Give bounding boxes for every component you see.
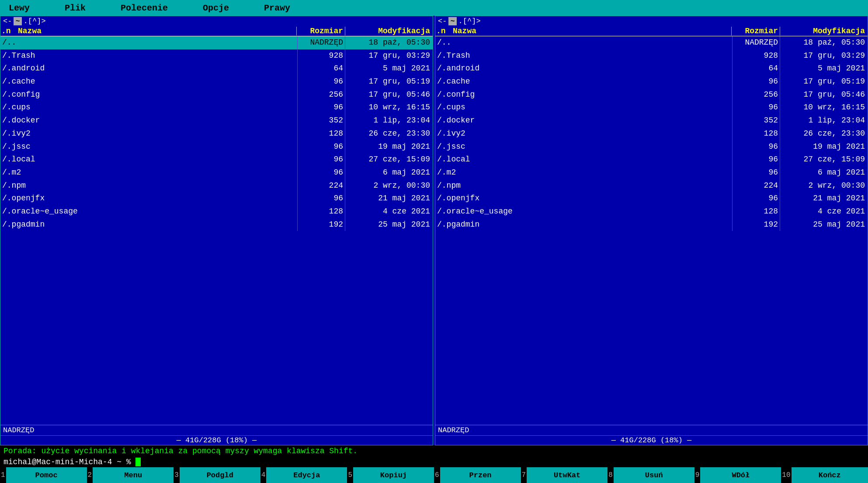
fn-num-7: 7 <box>521 471 527 479</box>
left-disk-text: — <box>177 436 185 444</box>
table-row[interactable]: /.config25617 gru, 05:46 <box>0 88 433 102</box>
fn-num-10: 10 <box>781 471 791 479</box>
file-name: /.jssc <box>0 140 297 154</box>
fn-label-5[interactable]: Kopiuj <box>353 467 434 483</box>
fn-label-10[interactable]: Kończ <box>792 467 868 483</box>
file-size: 352 <box>733 114 780 127</box>
file-mod: 6 maj 2021 <box>345 166 433 179</box>
file-name: /.m2 <box>435 166 732 179</box>
file-name: /.config <box>0 88 297 102</box>
file-name: /.Trash <box>0 49 297 63</box>
table-row[interactable]: /.cache9617 gru, 05:19 <box>435 75 868 88</box>
fn-key-8[interactable]: 8Usuń <box>608 467 694 483</box>
fn-num-2: 2 <box>87 471 93 479</box>
table-row[interactable]: /.openjfx9621 maj 2021 <box>435 192 868 205</box>
table-row[interactable]: /.android645 maj 2021 <box>435 62 868 75</box>
file-mod: 5 maj 2021 <box>345 62 433 75</box>
left-disk-value: 41G/228G (18%) <box>185 436 248 444</box>
fn-key-5[interactable]: 5Kopiuj <box>347 467 434 483</box>
fn-key-7[interactable]: 7UtwKat <box>521 467 608 483</box>
file-mod: 5 maj 2021 <box>780 62 868 75</box>
table-row[interactable]: /.npm2242 wrz, 00:30 <box>435 179 868 192</box>
file-size: 192 <box>733 218 780 231</box>
fn-label-1[interactable]: Pomoc <box>6 467 87 483</box>
table-row[interactable]: /.cups9610 wrz, 16:15 <box>0 101 433 114</box>
fn-label-7[interactable]: UtwKat <box>527 467 608 483</box>
table-row[interactable]: /..NADRZĘD18 paź, 05:30 <box>0 36 433 49</box>
fn-key-9[interactable]: 9WDół <box>694 467 781 483</box>
file-name: /.ivy2 <box>0 127 297 140</box>
file-size: 64 <box>733 62 780 75</box>
file-name: /.android <box>435 62 732 75</box>
table-row[interactable]: /.ivy212826 cze, 23:30 <box>0 127 433 140</box>
right-hdr-name: Nazwa <box>451 27 731 35</box>
table-row[interactable]: /.oracle~e_usage1284 cze 2021 <box>0 205 433 218</box>
file-mod: 27 cze, 15:09 <box>780 153 868 166</box>
fn-num-4: 4 <box>260 471 267 479</box>
fn-label-3[interactable]: Podgld <box>180 467 260 483</box>
fn-bar: 1Pomoc2Menu3Podgld4Edycja5Kopiuj6Przen7U… <box>0 467 868 483</box>
fn-key-1[interactable]: 1Pomoc <box>0 467 87 483</box>
fn-num-3: 3 <box>174 471 180 479</box>
file-mod: 25 maj 2021 <box>345 218 433 231</box>
fn-key-3[interactable]: 3Podgld <box>174 467 260 483</box>
file-name: /.. <box>0 36 297 49</box>
table-row[interactable]: /.m2966 maj 2021 <box>0 166 433 179</box>
fn-label-2[interactable]: Menu <box>93 467 174 483</box>
table-row[interactable]: /.docker3521 lip, 23:04 <box>0 114 433 127</box>
table-row[interactable]: /.pgadmin19225 maj 2021 <box>0 218 433 231</box>
table-row[interactable]: /.cache9617 gru, 05:19 <box>0 75 433 88</box>
fn-num-6: 6 <box>434 471 440 479</box>
menu-item-prawy[interactable]: Prawy <box>264 3 290 13</box>
menu-item-plik[interactable]: Plik <box>65 3 86 13</box>
file-mod: 17 gru, 05:46 <box>345 88 433 102</box>
file-mod: 17 gru, 03:29 <box>345 49 433 63</box>
fn-label-8[interactable]: Usuń <box>614 467 694 483</box>
file-name: /.npm <box>0 179 297 192</box>
table-row[interactable]: /.docker3521 lip, 23:04 <box>435 114 868 127</box>
table-row[interactable]: /.Trash92817 gru, 03:29 <box>0 49 433 63</box>
fn-num-9: 9 <box>694 471 701 479</box>
fn-label-4[interactable]: Edycja <box>266 467 347 483</box>
table-row[interactable]: /.local9627 cze, 15:09 <box>0 153 433 166</box>
table-row[interactable]: /.android645 maj 2021 <box>0 62 433 75</box>
file-name: /.docker <box>0 114 297 127</box>
table-row[interactable]: /.m2966 maj 2021 <box>435 166 868 179</box>
left-panel: <- ~ .[^]> .n Nazwa Rozmiar Modyfikacja … <box>0 16 433 445</box>
fn-key-2[interactable]: 2Menu <box>87 467 174 483</box>
menu-item-polecenie[interactable]: Polecenie <box>121 3 168 13</box>
file-name: /.Trash <box>435 49 732 63</box>
table-row[interactable]: /.jssc9619 maj 2021 <box>0 140 433 154</box>
file-mod: 18 paź, 05:30 <box>345 36 433 49</box>
file-name: /.jssc <box>435 140 732 154</box>
table-row[interactable]: /.pgadmin19225 maj 2021 <box>435 218 868 231</box>
table-row[interactable]: /.Trash92817 gru, 03:29 <box>435 49 868 63</box>
menu-item-opcje[interactable]: Opcje <box>203 3 229 13</box>
fn-key-6[interactable]: 6Przen <box>434 467 521 483</box>
cmd-line[interactable]: michal@Mac-mini-Micha-4 ~ % <box>0 457 868 467</box>
file-size: 96 <box>733 140 780 154</box>
left-disk-dash: — <box>248 436 257 444</box>
file-size: 224 <box>298 179 345 192</box>
file-mod: 1 lip, 23:04 <box>345 114 433 127</box>
fn-label-9[interactable]: WDół <box>700 467 781 483</box>
left-panel-status: NADRZĘD <box>0 425 433 435</box>
table-row[interactable]: /.cups9610 wrz, 16:15 <box>435 101 868 114</box>
table-row[interactable]: /.local9627 cze, 15:09 <box>435 153 868 166</box>
fn-key-4[interactable]: 4Edycja <box>260 467 347 483</box>
fn-key-10[interactable]: 10Kończ <box>781 467 868 483</box>
right-disk-text: — <box>611 436 620 444</box>
table-row[interactable]: /..NADRZĘD18 paź, 05:30 <box>435 36 868 49</box>
file-name: /.cache <box>435 75 732 88</box>
table-row[interactable]: /.npm2242 wrz, 00:30 <box>0 179 433 192</box>
right-panel-header: .n Nazwa Rozmiar Modyfikacja <box>435 26 868 36</box>
file-size: 192 <box>298 218 345 231</box>
table-row[interactable]: /.openjfx9621 maj 2021 <box>0 192 433 205</box>
table-row[interactable]: /.oracle~e_usage1284 cze 2021 <box>435 205 868 218</box>
fn-label-6[interactable]: Przen <box>440 467 521 483</box>
table-row[interactable]: /.ivy212826 cze, 23:30 <box>435 127 868 140</box>
table-row[interactable]: /.config25617 gru, 05:46 <box>435 88 868 102</box>
menu-item-lewy[interactable]: Lewy <box>9 3 30 13</box>
table-row[interactable]: /.jssc9619 maj 2021 <box>435 140 868 154</box>
file-size: NADRZĘD <box>733 36 780 49</box>
